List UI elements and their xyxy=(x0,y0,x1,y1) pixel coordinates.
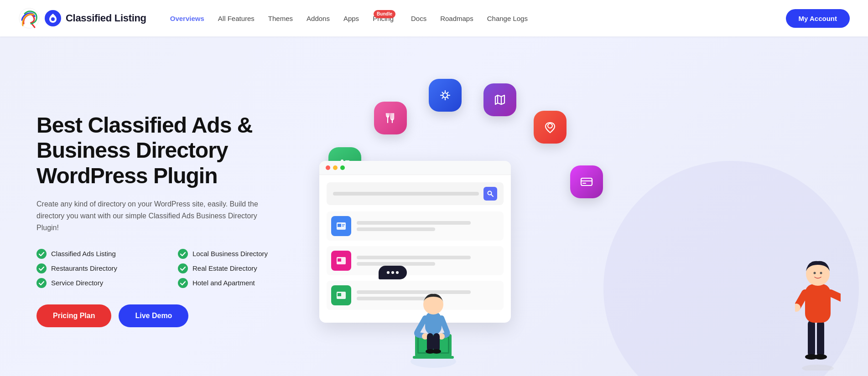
svg-rect-48 xyxy=(808,320,815,357)
svg-rect-31 xyxy=(338,258,341,262)
float-icon-map xyxy=(483,83,516,116)
hero-content: Best Classified Ads & Business Directory… xyxy=(36,103,301,327)
logo-link[interactable]: Classified Listing xyxy=(18,7,146,29)
check-icon-6 xyxy=(178,278,188,288)
mock-line xyxy=(357,256,471,259)
cta-buttons: Pricing Plan Live Demo xyxy=(36,304,301,327)
svg-rect-49 xyxy=(817,320,824,357)
svg-point-7 xyxy=(36,278,47,288)
svg-point-8 xyxy=(178,278,188,288)
check-icon-1 xyxy=(36,249,47,259)
svg-rect-27 xyxy=(338,224,341,227)
mock-thumb-3 xyxy=(331,285,351,305)
feature-item-6: Hotel and Apartment xyxy=(178,278,301,288)
svg-point-3 xyxy=(36,249,47,259)
svg-point-56 xyxy=(814,272,816,274)
hero-section: Best Classified Ads & Business Directory… xyxy=(0,36,868,376)
float-icon-card xyxy=(570,165,603,198)
svg-rect-39 xyxy=(425,311,442,335)
mock-search-input-line xyxy=(333,192,479,196)
svg-rect-38 xyxy=(413,356,454,359)
hero-title: Best Classified Ads & Business Directory… xyxy=(36,113,301,188)
mock-line xyxy=(357,221,471,225)
svg-rect-43 xyxy=(427,333,433,351)
check-icon-5 xyxy=(36,278,47,288)
svg-point-46 xyxy=(432,349,441,354)
window-dot-yellow xyxy=(333,165,338,170)
mock-thumb-2 xyxy=(331,251,351,271)
mock-line xyxy=(357,227,435,231)
features-list: Classified Ads Listing Local Business Di… xyxy=(36,249,301,288)
nav-themes[interactable]: Themes xyxy=(263,12,298,25)
nav-roadmaps[interactable]: Roadmaps xyxy=(435,12,479,25)
mock-search-button xyxy=(483,187,497,201)
nav-addons[interactable]: Addons xyxy=(301,12,335,25)
svg-rect-52 xyxy=(805,284,831,323)
nav-docs[interactable]: Docs xyxy=(405,12,432,25)
mock-card-lines-1 xyxy=(357,221,499,231)
mock-search-bar xyxy=(327,182,504,205)
check-icon-3 xyxy=(36,263,47,273)
nav-apps[interactable]: Apps xyxy=(338,12,364,25)
mock-thumb-1 xyxy=(331,216,351,236)
character-illustration xyxy=(392,261,474,371)
live-demo-button[interactable]: Live Demo xyxy=(119,304,188,327)
svg-point-17 xyxy=(443,93,447,98)
svg-point-4 xyxy=(178,249,188,259)
svg-point-51 xyxy=(814,354,827,360)
window-dot-green xyxy=(340,165,345,170)
window-dot-red xyxy=(326,165,330,170)
feature-item-5: Service Directory xyxy=(36,278,160,288)
svg-rect-21 xyxy=(581,178,592,185)
main-nav: Overviews All Features Themes Addons App… xyxy=(165,12,780,25)
nav-overviews[interactable]: Overviews xyxy=(165,12,210,25)
svg-point-57 xyxy=(820,272,822,274)
person-right-illustration xyxy=(795,234,841,371)
feature-item-4: Real Estate Directory xyxy=(178,263,301,273)
check-icon-2 xyxy=(178,249,188,259)
nav-change-logs[interactable]: Change Logs xyxy=(482,12,533,25)
chat-dot-1 xyxy=(387,271,390,274)
my-account-button[interactable]: My Account xyxy=(786,9,850,28)
check-icon-4 xyxy=(178,263,188,273)
svg-point-6 xyxy=(178,263,188,273)
svg-point-2 xyxy=(51,17,55,21)
cl-logo-icon xyxy=(45,10,61,26)
feature-item-1: Classified Ads Listing xyxy=(36,249,160,259)
nav-pricing[interactable]: Pricing Bundle xyxy=(367,12,403,25)
svg-line-25 xyxy=(491,194,494,196)
svg-rect-33 xyxy=(338,293,341,296)
bundle-badge: Bundle xyxy=(374,10,395,18)
svg-rect-44 xyxy=(433,333,440,351)
float-icon-gear xyxy=(429,79,462,112)
float-icon-location xyxy=(534,111,567,144)
feature-item-2: Local Business Directory xyxy=(178,249,301,259)
float-icon-restaurant xyxy=(374,102,407,134)
feature-item-3: Restaurants Directory xyxy=(36,263,160,273)
svg-point-47 xyxy=(802,365,834,371)
r-logo-icon xyxy=(18,7,40,29)
pricing-plan-button[interactable]: Pricing Plan xyxy=(36,304,111,327)
logo-title: Classified Listing xyxy=(66,12,146,24)
nav-all-features[interactable]: All Features xyxy=(213,12,260,25)
hero-description: Create any kind of directory on your Wor… xyxy=(36,198,265,234)
mock-listing-card-1 xyxy=(327,211,504,241)
browser-bar xyxy=(319,161,511,175)
hero-illustration xyxy=(301,61,832,371)
svg-point-5 xyxy=(36,263,47,273)
svg-point-20 xyxy=(548,124,552,128)
